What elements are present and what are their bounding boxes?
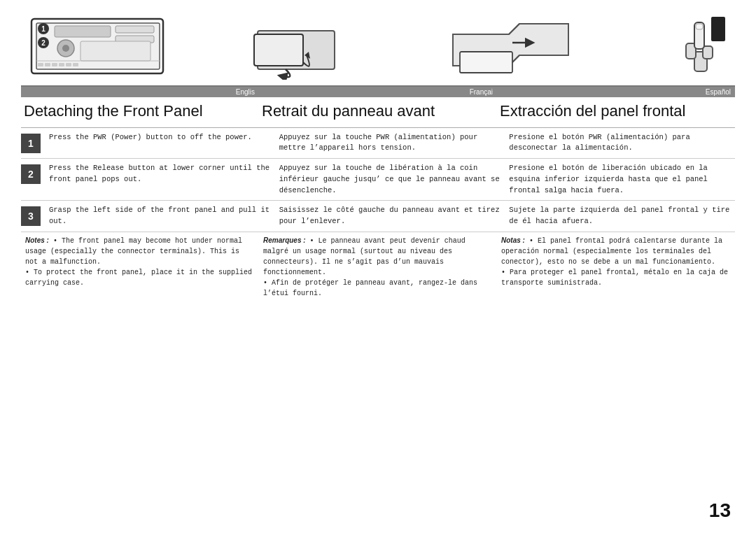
steps-area: 1 Press the PWR (Power) button to off th… <box>21 127 735 232</box>
svg-rect-14 <box>45 63 50 66</box>
english-header: Englis <box>21 87 259 97</box>
spanish-header: Español <box>497 87 735 97</box>
notes-es-bullet1: • <box>529 237 538 245</box>
step-number-2: 2 <box>21 164 41 184</box>
svg-text:2: 2 <box>41 39 46 47</box>
car-radio-illustration: 1 2 <box>28 11 168 81</box>
svg-rect-11 <box>80 41 150 61</box>
svg-point-10 <box>62 45 69 52</box>
detach-illustration <box>439 11 593 81</box>
svg-rect-25 <box>460 52 512 73</box>
svg-rect-17 <box>66 63 71 66</box>
notes-es-bullet2: • <box>501 269 510 276</box>
section-titles: Detaching the Front Panel Retrait du pan… <box>21 101 735 122</box>
svg-rect-18 <box>73 63 78 66</box>
step-3-en: Grasp the left side of the front panel a… <box>45 205 275 227</box>
step-row-1: 1 Press the PWR (Power) button to off th… <box>21 128 735 159</box>
panel-eject-illustration <box>247 11 359 81</box>
svg-rect-7 <box>115 26 154 33</box>
notes-fr-bullet1: • <box>310 237 318 245</box>
step-number-3: 3 <box>21 206 41 226</box>
svg-rect-13 <box>38 63 43 66</box>
step-2-en: Press the Release button at lower corner… <box>45 163 275 196</box>
svg-rect-31 <box>711 17 725 41</box>
svg-rect-16 <box>59 63 64 66</box>
step-row-2: 2 Press the Release button at lower corn… <box>21 159 735 201</box>
step-2-es: Presione el botón de liberación ubicado … <box>505 163 735 196</box>
svg-rect-6 <box>55 26 111 37</box>
language-headers: Englis Françai Español <box>21 85 735 97</box>
notes-fr-item2: Afin de protéger le panneau avant, range… <box>263 279 477 297</box>
step-3-content: Grasp the left side of the front panel a… <box>41 205 735 227</box>
svg-rect-15 <box>52 63 57 66</box>
hand-icon-illustration <box>672 15 728 78</box>
illustrations-row: 1 2 <box>21 11 735 81</box>
notes-es-item2: Para proteger el panel frontal, métalo e… <box>501 269 728 287</box>
svg-rect-20 <box>254 34 303 66</box>
notes-en: Notes : • The front panel may become hot… <box>21 235 259 288</box>
step-2-content: Press the Release button at lower corner… <box>41 163 735 196</box>
spanish-title: Extracción del panel frontal <box>497 101 735 122</box>
notes-es: Notas : • El panel frontal podrá calenta… <box>497 235 735 288</box>
step-3-fr: Saisissez le côté gauche du panneau avan… <box>275 205 505 227</box>
notes-label-es: Notas : <box>501 236 525 244</box>
notes-fr: Remarques : • Le panneau avant peut deve… <box>259 235 497 299</box>
step-number-1: 1 <box>21 134 41 153</box>
step-1-es: Presione el botón PWR (alimentación) par… <box>505 132 735 155</box>
step-2-fr: Appuyez sur la touche de libération à la… <box>275 163 505 196</box>
step-1-content: Press the PWR (Power) button to off the … <box>41 132 735 155</box>
step-1-fr: Appuyez sur la touche PWR (alimentation)… <box>275 132 505 155</box>
notes-fr-bullet2: • <box>263 279 272 287</box>
french-header: Françai <box>259 87 497 97</box>
notes-label-fr: Remarques : <box>263 236 306 244</box>
notes-en-bullet1: • <box>53 237 62 245</box>
svg-rect-30 <box>696 24 703 29</box>
notes-en-bullet2: • <box>25 269 34 276</box>
english-title: Detaching the Front Panel <box>21 101 259 122</box>
step-row-3: 3 Grasp the left side of the front panel… <box>21 201 735 232</box>
svg-text:1: 1 <box>41 25 46 33</box>
notes-en-item2: To protect the front panel, place it in … <box>25 269 252 287</box>
page-number: 13 <box>709 499 731 522</box>
step-1-en: Press the PWR (Power) button to off the … <box>45 132 275 155</box>
notes-label-en: Notes : <box>25 236 49 244</box>
step-3-es: Sujete la parte izquierda del panel fron… <box>505 205 735 227</box>
french-title: Retrait du panneau avant <box>259 101 497 122</box>
svg-rect-28 <box>703 46 713 59</box>
notes-row: Notes : • The front panel may become hot… <box>21 235 735 299</box>
page-container: 1 2 <box>0 0 756 533</box>
